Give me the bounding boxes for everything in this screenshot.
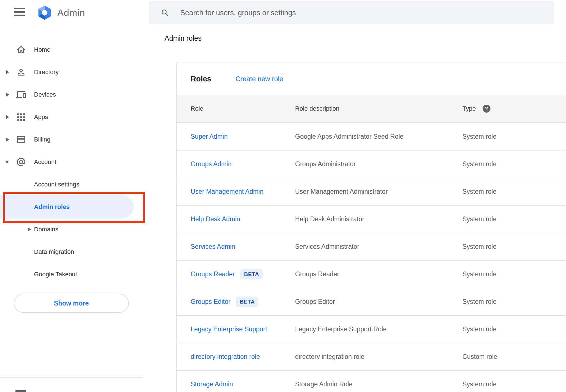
role-description: Services Administrator — [295, 243, 359, 250]
sidebar-item-directory[interactable]: Directory — [0, 61, 149, 83]
column-header-role-description: Role description — [295, 95, 339, 122]
sidebar-item-label: Devices — [34, 91, 56, 98]
table-row: Legacy Enterprise Support Legacy Enterpr… — [177, 316, 566, 343]
sidebar-item-data-migration[interactable]: Data migration — [0, 241, 149, 263]
sidebar-divider — [0, 377, 143, 378]
sidebar-item-label: Account — [34, 158, 56, 166]
sidebar-item-domains[interactable]: Domains — [0, 218, 149, 241]
sidebar-item-label: Account settings — [34, 181, 79, 188]
home-icon — [16, 45, 26, 55]
sidebar-item-label: Data migration — [34, 248, 74, 256]
sidebar-item-billing[interactable]: Billing — [0, 128, 149, 151]
sidebar-item-label: Billing — [34, 136, 51, 143]
role-description: User Management Administrator — [295, 188, 388, 195]
search-icon — [161, 8, 170, 17]
show-more-button[interactable]: Show more — [14, 294, 129, 313]
table-row: Storage Admin Storage Admin Role System … — [177, 371, 566, 392]
header-divider — [149, 48, 566, 48]
role-description: Legacy Enterprise Support Role — [295, 325, 387, 333]
role-link[interactable]: Help Desk Admin — [191, 215, 240, 223]
roles-title: Roles — [191, 75, 211, 83]
expand-arrow-icon[interactable] — [28, 227, 31, 231]
search-input[interactable] — [180, 8, 546, 17]
table-row: Groups Reader BETA Groups Reader System … — [177, 261, 566, 288]
table-row: Super Admin Google Apps Administrator Se… — [177, 123, 566, 151]
sidebar-item-label: Google Takeout — [34, 271, 77, 278]
menu-icon[interactable] — [14, 8, 25, 16]
expand-arrow-icon[interactable] — [6, 115, 9, 119]
role-description: Google Apps Administrator Seed Role — [295, 133, 403, 140]
roles-card: Roles Create new role Role Role descript… — [176, 63, 566, 392]
role-description: Storage Admin Role — [295, 380, 353, 388]
role-link[interactable]: Groups Editor — [191, 298, 230, 306]
devices-icon — [16, 90, 26, 100]
role-type: System role — [462, 325, 496, 333]
sidebar-item-admin-roles[interactable]: Admin roles — [0, 195, 134, 218]
sidebar-item-devices[interactable]: Devices — [0, 83, 149, 106]
expand-arrow-icon[interactable] — [6, 70, 9, 74]
sidebar: Admin Home Directory Devices — [0, 0, 149, 392]
search-bar[interactable] — [149, 1, 554, 24]
role-type: System role — [462, 160, 496, 168]
role-type: System role — [462, 215, 496, 223]
table-row: User Management Admin User Management Ad… — [177, 178, 566, 206]
app-title: Admin — [57, 7, 85, 18]
sidebar-item-label: Domains — [34, 226, 58, 233]
expand-arrow-icon[interactable] — [6, 138, 9, 142]
beta-badge: BETA — [236, 297, 259, 307]
person-icon — [16, 67, 26, 77]
table-row: Help Desk Admin Help Desk Administrator … — [177, 206, 566, 233]
admin-hexagon-icon — [36, 4, 53, 21]
column-header-role: Role — [191, 95, 203, 122]
role-type: System role — [462, 270, 496, 278]
role-type: System role — [462, 380, 496, 388]
google-admin-console: Admin Home Directory Devices — [0, 0, 566, 392]
collapse-arrow-icon[interactable] — [5, 161, 9, 163]
sidebar-item-apps[interactable]: Apps — [0, 106, 149, 128]
column-header-type: Type — [462, 95, 476, 122]
sidebar-item-home[interactable]: Home — [0, 38, 149, 61]
roles-table-header: Role Role description Type ? — [177, 95, 566, 123]
sidebar-item-label: Admin roles — [34, 203, 70, 211]
role-link[interactable]: Super Admin — [191, 133, 228, 140]
role-type: System role — [462, 243, 496, 250]
sidebar-item-label: Directory — [34, 69, 59, 76]
role-description: directory integration role — [295, 353, 364, 361]
sidebar-item-label: Apps — [34, 113, 48, 121]
sidebar-item-label: Home — [34, 46, 51, 53]
breadcrumb: Admin roles — [165, 34, 202, 42]
role-link[interactable]: directory integration role — [191, 353, 260, 361]
role-link[interactable]: User Management Admin — [191, 188, 264, 195]
role-type: System role — [462, 188, 496, 195]
role-description: Groups Reader — [295, 270, 339, 278]
role-link[interactable]: Groups Admin — [191, 160, 232, 168]
table-row: Groups Admin Groups Administrator System… — [177, 151, 566, 178]
role-link[interactable]: Groups Reader — [191, 270, 235, 278]
role-type: System role — [462, 298, 496, 306]
sidebar-item-google-takeout[interactable]: Google Takeout — [0, 263, 149, 286]
role-type: System role — [462, 133, 496, 140]
role-link[interactable]: Legacy Enterprise Support — [191, 325, 267, 333]
role-link[interactable]: Storage Admin — [191, 380, 233, 388]
expand-arrow-icon[interactable] — [6, 93, 9, 97]
role-link[interactable]: Services Admin — [191, 243, 235, 250]
table-row: directory integration role directory int… — [177, 343, 566, 371]
roles-table-body: Super Admin Google Apps Administrator Se… — [177, 123, 566, 392]
sidebar-item-account-settings[interactable]: Account settings — [0, 173, 149, 196]
table-row: Groups Editor BETA Groups Editor System … — [177, 288, 566, 316]
admin-logo[interactable]: Admin — [36, 4, 85, 21]
apps-grid-icon — [16, 112, 26, 122]
help-icon[interactable]: ? — [483, 105, 490, 113]
role-type: Custom role — [462, 353, 497, 361]
beta-badge: BETA — [240, 269, 263, 279]
create-new-role-link[interactable]: Create new role — [236, 75, 283, 83]
at-sign-icon — [16, 157, 26, 167]
table-row: Services Admin Services Administrator Sy… — [177, 233, 566, 261]
credit-card-icon — [16, 135, 26, 145]
sidebar-item-account[interactable]: Account — [0, 151, 149, 173]
role-description: Groups Administrator — [295, 160, 356, 168]
role-description: Groups Editor — [295, 298, 335, 306]
partial-icon — [15, 390, 26, 392]
roles-card-header: Roles Create new role — [177, 63, 566, 95]
role-description: Help Desk Administrator — [295, 215, 364, 223]
